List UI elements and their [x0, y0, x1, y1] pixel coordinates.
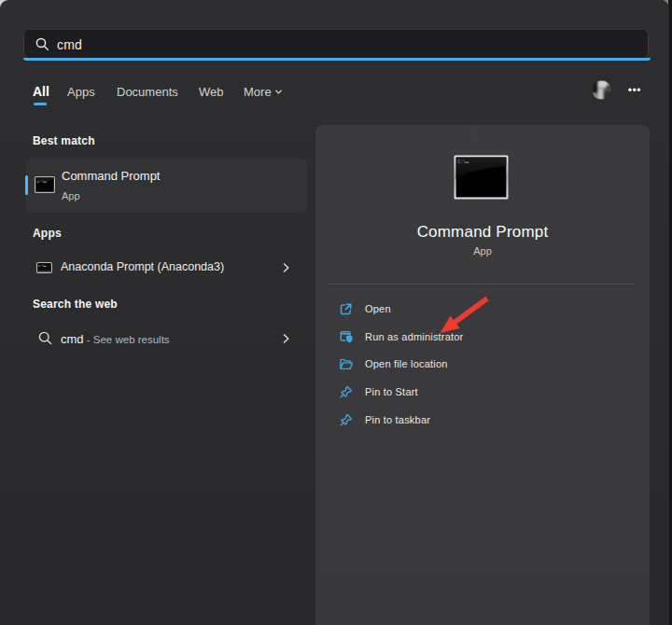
- svg-text:C:\: C:\: [37, 180, 45, 184]
- svg-text:C:\: C:\: [38, 264, 44, 268]
- svg-text:C:\: C:\: [458, 160, 467, 164]
